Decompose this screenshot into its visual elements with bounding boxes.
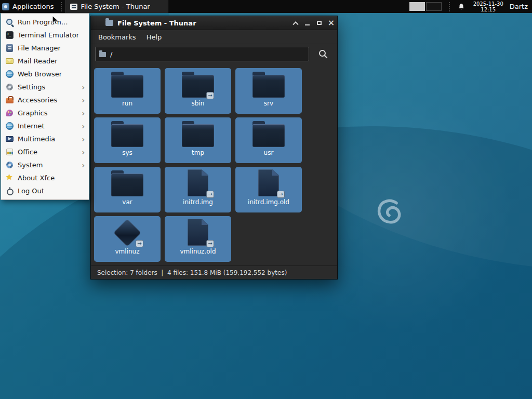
menu-item-office[interactable]: Office ›: [2, 145, 88, 158]
file-item-vmlinuz[interactable]: → vmlinuz: [94, 216, 161, 262]
menu-bookmarks[interactable]: Bookmarks: [94, 32, 140, 43]
file-item-label: var: [122, 198, 132, 206]
file-item-srv[interactable]: srv: [235, 68, 302, 114]
maximize-icon: [317, 21, 322, 25]
menu-item-label: Terminal Emulator: [18, 31, 79, 39]
system-icon: [5, 161, 14, 169]
window-titlebar[interactable]: File System - Thunar ×: [91, 16, 337, 30]
search-button[interactable]: [313, 46, 333, 62]
menu-item-label: Multimedia: [18, 135, 78, 143]
location-toolbar: [91, 44, 337, 64]
file-icon: →: [181, 169, 215, 197]
file-item-run[interactable]: run: [94, 68, 161, 114]
clock[interactable]: 2025-11-30 12:15: [473, 1, 503, 12]
panel-separator: [61, 2, 63, 11]
menu-item-file-manager[interactable]: File Manager ›: [2, 42, 88, 55]
menu-item-web-browser[interactable]: Web Browser ›: [2, 68, 88, 81]
maximize-button[interactable]: [313, 16, 325, 30]
notification-bell-icon[interactable]: [458, 3, 465, 10]
folder-icon: [251, 120, 286, 148]
accessories-icon: [5, 96, 14, 104]
symlink-emblem-icon: →: [206, 240, 214, 247]
search-icon: [318, 49, 328, 59]
menu-item-multimedia[interactable]: Multimedia ›: [2, 132, 88, 145]
statusbar: Selection: 7 folders | 4 files: 151.8 Mi…: [91, 265, 337, 279]
folder-icon: →: [181, 71, 215, 99]
menu-item-system[interactable]: System ›: [2, 158, 88, 171]
folder-icon: [110, 169, 144, 197]
clock-date: 2025-11-30: [473, 1, 503, 7]
applications-label: Applications: [12, 3, 54, 10]
debian-swirl-logo: [375, 197, 402, 224]
file-icon: →: [181, 219, 215, 247]
internet-icon: [5, 122, 14, 130]
file-item-sys[interactable]: sys: [94, 117, 161, 163]
file-manager-icon: [5, 44, 14, 52]
graphics-icon: [5, 109, 14, 117]
file-view[interactable]: run → sbin srv sys tmp usr var → initrd.…: [91, 64, 337, 265]
file-item-vmlinuz-old[interactable]: → vmlinuz.old: [165, 216, 231, 262]
applications-menu-button[interactable]: Applications: [0, 0, 59, 13]
menu-item-label: Mail Reader: [18, 57, 78, 65]
menu-item-label: Log Out: [18, 187, 78, 195]
symlink-emblem-icon: →: [277, 191, 285, 198]
username-label: Dartz: [510, 3, 528, 10]
submenu-arrow-icon: ›: [82, 123, 85, 130]
folder-icon: [251, 71, 286, 99]
menu-item-label: Office: [18, 148, 78, 156]
workspace-pager[interactable]: [409, 2, 442, 11]
settings-icon: [5, 83, 14, 91]
file-item-label: vmlinuz.old: [180, 248, 216, 255]
menu-item-log-out[interactable]: Log Out ›: [2, 184, 88, 197]
terminal-icon: [5, 31, 14, 39]
clock-time: 12:15: [473, 7, 503, 12]
file-item-initrd-img[interactable]: → initrd.img: [165, 167, 231, 212]
menu-item-accessories[interactable]: Accessories ›: [2, 94, 88, 107]
folder-icon: [99, 52, 106, 57]
menu-item-label: File Manager: [18, 44, 78, 52]
minimize-button[interactable]: [301, 16, 313, 30]
symlink-emblem-icon: →: [206, 92, 214, 99]
location-bar[interactable]: [95, 47, 309, 61]
close-button[interactable]: ×: [325, 16, 337, 30]
submenu-arrow-icon: ›: [82, 110, 85, 117]
file-item-label: vmlinuz: [115, 248, 140, 255]
menu-item-mail-reader[interactable]: Mail Reader ›: [2, 55, 88, 68]
applications-icon: [2, 3, 9, 10]
file-item-var[interactable]: var: [94, 167, 161, 212]
symlink-emblem-icon: →: [206, 191, 214, 198]
menu-item-internet[interactable]: Internet ›: [2, 119, 88, 132]
file-item-usr[interactable]: usr: [235, 117, 302, 163]
menu-help[interactable]: Help: [142, 32, 166, 43]
file-grid: run → sbin srv sys tmp usr var → initrd.…: [94, 68, 334, 262]
window-title: File System - Thunar: [117, 19, 196, 27]
submenu-arrow-icon: ›: [82, 84, 85, 91]
file-item-initrd-img-old[interactable]: → initrd.img.old: [235, 167, 302, 212]
file-item-label: run: [122, 100, 132, 107]
folder-icon: [110, 120, 144, 148]
folder-icon: [110, 71, 144, 99]
menu-item-run-program[interactable]: Run Program... ›: [2, 16, 88, 29]
mail-icon: [5, 57, 14, 65]
minimize-icon: [305, 24, 310, 25]
workspace-1[interactable]: [409, 2, 425, 11]
file-item-tmp[interactable]: tmp: [165, 117, 231, 163]
menu-item-label: About Xfce: [18, 174, 78, 182]
thunar-window: File System - Thunar × Bookmarks Help ru…: [90, 16, 338, 280]
folder-icon: [181, 120, 215, 148]
submenu-arrow-icon: ›: [82, 149, 85, 156]
file-item-label: initrd.img.old: [248, 198, 289, 206]
menu-item-terminal-emulator[interactable]: Terminal Emulator ›: [2, 29, 88, 42]
menu-item-about-xfce[interactable]: About Xfce ›: [2, 171, 88, 184]
file-item-label: sbin: [192, 100, 205, 107]
menu-item-settings[interactable]: Settings ›: [2, 81, 88, 94]
menu-item-label: Accessories: [18, 96, 78, 104]
taskbar-button[interactable]: File System - Thunar: [65, 0, 168, 13]
file-item-sbin[interactable]: → sbin: [165, 68, 231, 114]
file-item-label: srv: [264, 100, 273, 107]
shade-button[interactable]: [289, 16, 301, 30]
workspace-2[interactable]: [426, 2, 442, 11]
menu-item-graphics[interactable]: Graphics ›: [2, 107, 88, 119]
submenu-arrow-icon: ›: [82, 136, 85, 143]
binary-icon: →: [110, 219, 144, 247]
